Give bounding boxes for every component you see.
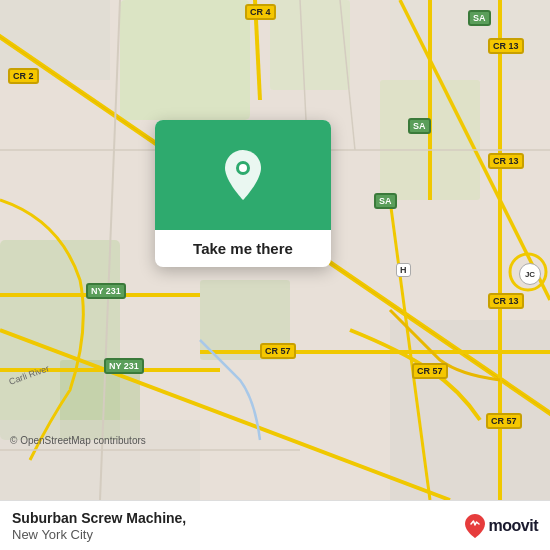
road-badge-cr4: CR 4 <box>245 4 276 20</box>
popup-header <box>155 120 331 230</box>
road-badge-ny231-2: NY 231 <box>104 358 144 374</box>
place-name: Suburban Screw Machine, <box>12 510 186 526</box>
road-badge-cr57-2: CR 57 <box>412 363 448 379</box>
road-badge-cr13-2: CR 13 <box>488 153 524 169</box>
place-city: New York City <box>12 527 186 542</box>
svg-point-28 <box>239 164 247 172</box>
map-attribution: © OpenStreetMap contributors <box>10 435 146 446</box>
take-me-there-button[interactable]: Take me there <box>155 230 331 267</box>
road-badge-sa-3: SA <box>374 193 397 209</box>
road-badge-cr57-1: CR 57 <box>260 343 296 359</box>
road-badge-sa-2: SA <box>408 118 431 134</box>
location-pin-icon <box>221 148 265 202</box>
moovit-logo: moovit <box>464 513 538 539</box>
road-badge-ny231-1: NY 231 <box>86 283 126 299</box>
svg-rect-4 <box>270 0 350 90</box>
road-badge-jc: JC <box>519 263 541 285</box>
road-badge-h: H <box>396 263 411 277</box>
svg-rect-8 <box>390 320 550 500</box>
svg-rect-3 <box>120 0 250 120</box>
road-badge-cr2: CR 2 <box>8 68 39 84</box>
road-badge-sa-1: SA <box>468 10 491 26</box>
bottom-bar: Suburban Screw Machine, New York City mo… <box>0 500 550 550</box>
road-badge-cr13-3: CR 13 <box>488 293 524 309</box>
popup-card: Take me there <box>155 120 331 267</box>
road-badge-cr13-1: CR 13 <box>488 38 524 54</box>
moovit-text: moovit <box>489 517 538 535</box>
moovit-pin-icon <box>464 513 486 539</box>
road-badge-cr57-3: CR 57 <box>486 413 522 429</box>
map-container: CR 4 CR 2 SA SA SA CR 13 CR 13 CR 13 NY … <box>0 0 550 500</box>
